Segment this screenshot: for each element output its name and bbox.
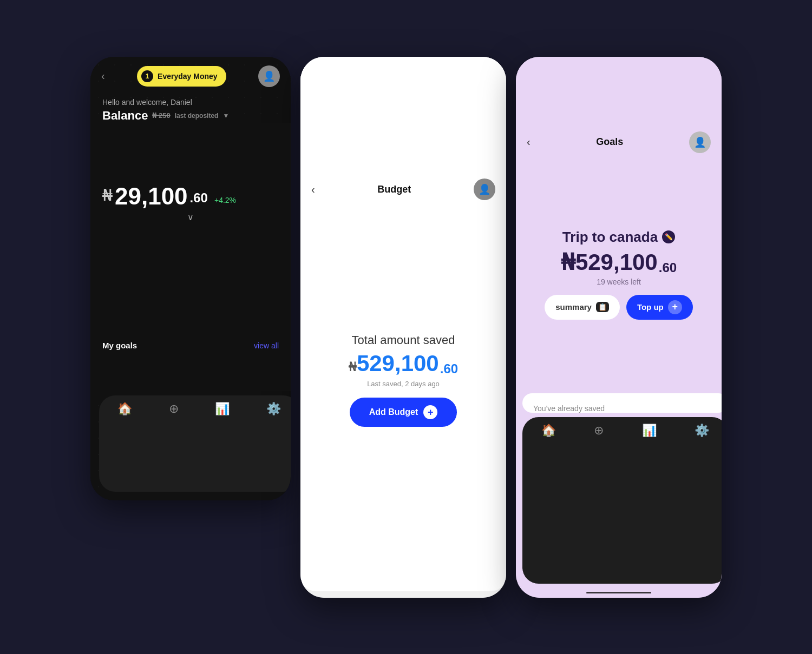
goal-weeks: 19 weeks left	[529, 278, 709, 286]
back-arrow-icon[interactable]: ‹	[101, 70, 105, 82]
phone-1-header: ‹ 1 Everyday Money 👤	[90, 57, 291, 93]
goals-title: Goals	[596, 136, 623, 148]
phone-3-bottom-nav: 🏠 ⊕ 📊 ⚙️	[522, 417, 722, 584]
chevron-row: ∨	[90, 210, 291, 299]
currency-symbol: ₦	[349, 359, 357, 374]
topup-label: Top up	[637, 302, 664, 312]
change-badge: +4.2%	[214, 196, 236, 204]
view-all-link[interactable]: view all	[254, 341, 279, 350]
add-budget-label: Add Budget	[369, 407, 418, 417]
avatar[interactable]: 👤	[689, 131, 711, 153]
goals-header: My goals view all	[90, 299, 291, 391]
avatar[interactable]: 👤	[474, 179, 495, 200]
topup-plus-icon: +	[668, 300, 682, 314]
naira-symbol: ₦ 250	[152, 111, 170, 120]
nav-chart-icon[interactable]: 📊	[215, 402, 230, 485]
goals-title: My goals	[102, 341, 137, 350]
phone-2-screen: ‹ Budget 👤 Total amount saved ₦529,100 .…	[300, 57, 506, 598]
phone-3: ‹ Goals 👤 Trip to canada ✏️ ₦529,100 .60…	[516, 57, 722, 598]
goal-big-amount: ₦529,100	[561, 249, 658, 275]
deposit-info: last deposited	[175, 112, 219, 120]
home-indicator	[586, 592, 651, 593]
budget-top-card: Total amount saved ₦529,100 .60 Last sav…	[300, 320, 506, 591]
detail-card: You've already saved ₦1,350 out of ₦1,65…	[522, 393, 722, 413]
balance-amount: 29,100	[115, 183, 188, 210]
plus-icon: +	[423, 405, 437, 419]
nav-chart-icon[interactable]: 📊	[642, 424, 657, 577]
saved-label: You've already saved	[533, 404, 717, 413]
summary-icon: 📋	[596, 302, 609, 312]
edit-badge[interactable]: ✏️	[662, 230, 675, 243]
phone-1: ‹ 1 Everyday Money 👤 Hello and welcome, …	[90, 57, 291, 500]
total-amount: ₦529,100	[349, 351, 439, 376]
nav-settings-icon[interactable]: ⚙️	[266, 402, 281, 485]
bottom-nav: 🏠 ⊕ 📊 ⚙️	[99, 395, 291, 492]
total-decimal: .60	[440, 361, 458, 376]
goal-action-buttons: summary 📋 Top up +	[529, 295, 709, 320]
add-budget-button[interactable]: Add Budget +	[350, 398, 457, 427]
nav-circle-icon[interactable]: ⊕	[594, 424, 604, 577]
screens-container: ‹ 1 Everyday Money 👤 Hello and welcome, …	[90, 57, 722, 598]
goal-hero: Trip to canada ✏️ ₦529,100 .60 19 weeks …	[516, 223, 722, 393]
nav-circle-icon[interactable]: ⊕	[169, 402, 179, 485]
phone-2-header: ‹ Budget 👤	[300, 57, 506, 321]
balance-label: Balance ₦ 250 last deposited ▼	[102, 109, 279, 123]
welcome-text: Hello and welcome, Daniel	[102, 98, 279, 107]
budget-title: Budget	[377, 184, 411, 195]
phone-2: ‹ Budget 👤 Total amount saved ₦529,100 .…	[300, 57, 506, 598]
avatar[interactable]: 👤	[258, 65, 280, 87]
welcome-section: Hello and welcome, Daniel Balance ₦ 250 …	[90, 93, 291, 123]
nav-settings-icon[interactable]: ⚙️	[695, 424, 709, 577]
back-arrow-icon[interactable]: ‹	[527, 136, 531, 148]
badge-label: Everyday Money	[158, 72, 218, 81]
topup-button[interactable]: Top up +	[626, 295, 693, 320]
phone-3-screen: ‹ Goals 👤 Trip to canada ✏️ ₦529,100 .60…	[516, 57, 722, 598]
balance-decimal: .60	[190, 190, 208, 206]
summary-label: summary	[555, 302, 592, 312]
summary-button[interactable]: summary 📋	[545, 295, 620, 320]
goal-big-decimal: .60	[659, 260, 677, 275]
nav-home-icon[interactable]: 🏠	[541, 424, 556, 577]
main-balance: ₦ 29,100 .60 +4.2%	[90, 123, 291, 210]
goal-title-text: Trip to canada	[562, 229, 658, 246]
last-saved: Last saved, 2 days ago	[316, 380, 491, 388]
everyday-money-button[interactable]: 1 Everyday Money	[137, 66, 226, 87]
back-arrow-icon[interactable]: ‹	[311, 183, 315, 196]
nav-home-icon[interactable]: 🏠	[117, 402, 132, 485]
phone-1-screen: ‹ 1 Everyday Money 👤 Hello and welcome, …	[90, 57, 291, 500]
phone-3-header: ‹ Goals 👤	[516, 57, 722, 223]
badge-number: 1	[141, 70, 153, 82]
total-label: Total amount saved	[316, 333, 491, 347]
